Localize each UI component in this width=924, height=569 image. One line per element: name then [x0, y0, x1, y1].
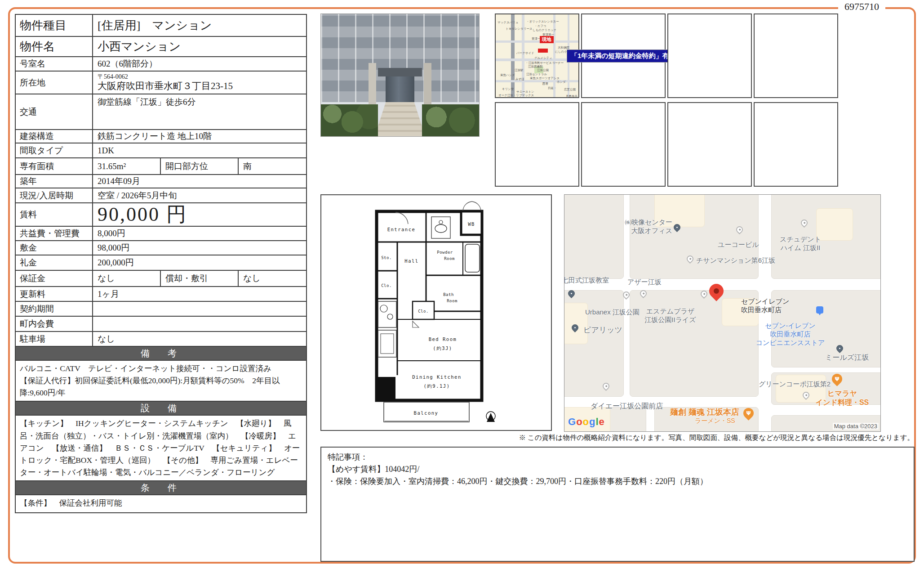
table-row: 間取タイプ 1DK — [16, 143, 306, 158]
table-row: 現況/入居時期 空室 / 2026年5月中旬 — [16, 188, 306, 203]
special-notes-box: 特記事項： 【めやす賃料】104042円/ ・保険：保険要加入・室内清掃費：46… — [320, 447, 915, 562]
row-label: 建築構造 — [16, 130, 93, 143]
section-header-setsubi: 設 備 — [16, 402, 306, 416]
row-label: 共益費・管理費 — [16, 227, 93, 240]
row-label: 号室名 — [16, 57, 93, 71]
document-number: 6975710 — [838, 1, 885, 13]
row-value — [93, 302, 306, 316]
photo-cell-empty — [754, 102, 838, 187]
row-label: 物件種目 — [16, 15, 93, 36]
table-row: 共益費・管理費 8,000円 — [16, 227, 306, 241]
row-value: 御堂筋線「江坂」徒歩6分 — [93, 94, 306, 129]
row-value: 2014年09月 — [93, 175, 306, 188]
row-value: なし — [93, 332, 306, 346]
map-label: 江坂公園 — [537, 68, 549, 72]
row-value: 空室 / 2026年5月中旬 — [93, 188, 306, 202]
room-label-bedroom-size: (約3J) — [433, 345, 452, 351]
map-label: 大和病院 — [558, 46, 569, 49]
room-label-bath: Bath — [443, 292, 454, 297]
poi-label: チサンマンション第6江坂 — [696, 256, 775, 265]
poi-label: 七田式江坂教室 — [564, 276, 609, 285]
row-label: 賃料 — [16, 203, 93, 226]
row-label: 契約期間 — [16, 302, 93, 316]
row-label: 築年 — [16, 175, 93, 188]
row-value: 200,000円 — [93, 255, 306, 270]
table-row: 物件種目 [住居用] マンション — [16, 15, 306, 37]
map-label: グルメシティ — [534, 56, 552, 59]
floor-plan-drawing: Entrance WB Sto. Hall Powder Room Clo. B… — [369, 199, 503, 429]
row-value: 1ヶ月 — [93, 287, 306, 301]
site-marker-label: 現地 — [540, 36, 554, 43]
table-row: 契約期間 — [16, 302, 306, 317]
row-value — [93, 317, 306, 331]
map-attribution: Map data ©2023 — [833, 423, 879, 430]
photo-cell-empty — [667, 13, 752, 98]
poi-label: エステムプラザ 江坂公園IIライズ — [644, 307, 696, 324]
map-label: キリン堂 — [502, 87, 514, 90]
room-label-clo: Clo. — [381, 283, 392, 288]
site-marker-building — [538, 49, 548, 53]
restaurant-pin — [830, 372, 844, 386]
map-label: 江坂駅 — [515, 68, 524, 72]
photo-cell-empty — [667, 102, 752, 187]
photo-cell-empty — [581, 102, 666, 187]
poi-label: ラーメン・SS — [695, 417, 735, 425]
seven-eleven-icon — [816, 306, 823, 314]
room-label-bath2: Room — [447, 299, 458, 303]
row-value: 小西マンション — [93, 37, 306, 56]
poi-label: ユーコービル — [709, 241, 768, 249]
row-value: [住居用] マンション — [93, 15, 306, 36]
restaurant-pin — [741, 406, 756, 421]
section-text-joken: 【条件】 保証会社利用可能 — [16, 495, 306, 512]
property-table: 物件種目 [住居用] マンション 物件名 小西マンション 号室名 602（6階部… — [15, 14, 307, 513]
photo-cell-empty — [754, 13, 838, 98]
row-label: 礼金 — [16, 255, 93, 270]
room-label-entrance: Entrance — [387, 227, 416, 232]
row-value: 602（6階部分） — [93, 57, 306, 71]
photo-cell-badge: 「1年未満の短期違約金特約」有り — [581, 13, 666, 98]
table-row: 敷金 98,000円 — [16, 241, 306, 255]
table-row: 号室名 602（6階部分） — [16, 57, 306, 72]
table-row: 保証金 なし 償却・敷引 なし — [16, 271, 306, 287]
room-label-balcony: Balcony — [414, 410, 439, 416]
row-value: なし — [93, 271, 161, 286]
photo-walkway — [375, 102, 426, 136]
map-label: ・江坂市民サービスコーナー — [525, 61, 564, 64]
map-label: マックスバリュ — [498, 21, 519, 24]
row-value: 鉄筋コンクリート造 地上10階 — [93, 130, 306, 143]
table-row: 建築構造 鉄筋コンクリート造 地上10階 — [16, 130, 306, 143]
google-map: ㈱映像センター 大阪オフィス ユーコービル スチュデント ハイム 江坂II チサ… — [564, 194, 881, 432]
section-text-setsubi: 【キッチン】 IHクッキングヒーター・システムキッチン 【水廻り】 風呂・洗面台… — [16, 416, 306, 481]
photo-bushes — [321, 104, 378, 136]
table-row: 築年 2014年09月 — [16, 175, 306, 188]
poi-label: ミールズ江坂 — [825, 353, 869, 362]
table-row: 交通 御堂筋線「江坂」徒歩6分 — [16, 94, 306, 130]
short-term-penalty-badge: 「1年未満の短期違約金特約」有り — [567, 49, 680, 63]
row-label: 更新料 — [16, 287, 93, 301]
row-value: 31.65m² — [93, 158, 161, 174]
room-label-sto: Sto. — [381, 255, 392, 260]
row-label: 町内会費 — [16, 317, 93, 331]
row-label: 駐車場 — [16, 332, 93, 346]
room-label-hall: Hall — [404, 258, 418, 264]
table-row: 礼金 200,000円 — [16, 255, 306, 271]
map-label: ホンダ — [557, 80, 566, 83]
poi-label: 麺創 麺魂 江坂本店 — [670, 407, 739, 417]
row-value: 〒564-0062 大阪府吹田市垂水町３丁目23-15 — [93, 72, 306, 94]
room-label-clo-center: Clo. — [418, 309, 429, 314]
section-header-biko: 備 考 — [16, 347, 306, 361]
disclaimer-text: ※ この資料は物件の概略紹介資料になります。写真、間取図面、設備、概要などが現況… — [519, 433, 914, 443]
map-label: 月島食品 — [566, 94, 578, 98]
map-label: パークサイド — [516, 51, 534, 54]
rent-value: 90,000 円 — [93, 203, 306, 226]
photo-entrance-door — [386, 76, 414, 102]
section-header-joken: 条 件 — [16, 481, 306, 495]
map-label: 広芝公園 — [564, 88, 576, 91]
table-row: 賃料 90,000 円 — [16, 203, 306, 227]
row-label: 物件名 — [16, 37, 93, 56]
row-label-2: 開口部方位 — [161, 158, 239, 174]
table-row: 所在地 〒564-0062 大阪府吹田市垂水町３丁目23-15 — [16, 72, 306, 94]
poi-label: ピアリッツ — [583, 325, 622, 335]
poi-label: アザー江坂 — [627, 278, 662, 287]
map-label: 江坂図書館 — [528, 65, 543, 68]
